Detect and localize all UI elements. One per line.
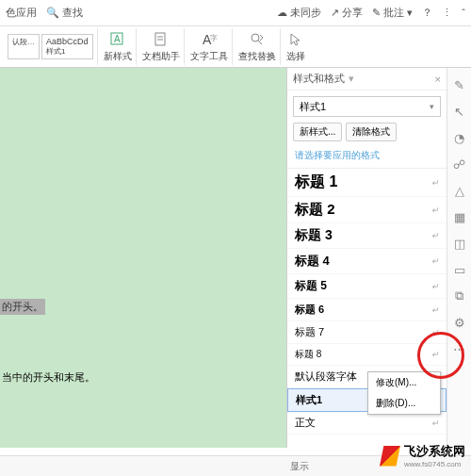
more-icon[interactable]: ⋮ <box>442 7 452 19</box>
watermark: 飞沙系统网 www.fs0745.com <box>380 443 465 468</box>
text-tool-icon: A字 <box>200 30 219 49</box>
right-sidebar: ✎ ↖ ◔ ☍ △ ▦ ◫ ▭ ⧉ ⚙ ⋯ <box>447 68 471 448</box>
dots-icon[interactable]: ⋯ <box>452 341 467 356</box>
clock-icon[interactable]: ◔ <box>452 130 467 145</box>
style-item[interactable]: 标题 4↵ <box>287 249 447 274</box>
find-cmd[interactable]: 🔍 查找 <box>46 6 83 20</box>
style-name: 标题 5 <box>295 278 327 294</box>
style-item[interactable]: 标题 8↵ <box>287 344 447 366</box>
top-bar: 色应用 🔍 查找 ☁ 未同步 ↗ 分享 ✎ 批注 ▾ ？ ⋮ ˆ <box>0 0 471 26</box>
sync-button[interactable]: ☁ 未同步 <box>277 6 321 20</box>
new-style-icon: A <box>108 30 127 49</box>
swatch1-sub: 认段… <box>12 37 35 47</box>
swatch2-sub: 样式1 <box>46 46 89 57</box>
paragraph-mark-icon: ↵ <box>431 305 439 315</box>
document-canvas[interactable]: 的开头。 当中的开头和末尾。 <box>0 68 286 448</box>
panel-hint: 请选择要应用的格式 <box>287 147 447 168</box>
doc-helper-group[interactable]: 文档助手 <box>138 28 185 65</box>
cursor-icon <box>286 30 305 49</box>
comment-button[interactable]: ✎ 批注 ▾ <box>372 6 413 20</box>
pencil-icon[interactable]: ✎ <box>452 77 467 92</box>
cube-icon[interactable]: ◫ <box>452 236 467 251</box>
doc-line-2[interactable]: 当中的开头和末尾。 <box>0 369 97 386</box>
close-icon[interactable]: × <box>435 74 441 85</box>
new-style-label: 新样式 <box>104 50 132 63</box>
find-replace-group[interactable]: 查找替换 <box>235 28 281 65</box>
ribbon: 认段… AaBbCcDd样式1 A 新样式 文档助手 A字 文字工具 查找替换 … <box>0 26 471 68</box>
panel-header: 样式和格式 ▾ × <box>287 68 447 90</box>
search-icon: 🔍 <box>46 7 59 19</box>
style-swatch-1[interactable]: 认段… <box>8 34 40 59</box>
new-style-group[interactable]: A 新样式 <box>100 28 137 65</box>
watermark-url: www.fs0745.com <box>404 460 465 468</box>
comment-label: 批注 <box>383 6 404 20</box>
style-name: 标题 8 <box>295 348 321 361</box>
paragraph-mark-icon: ↵ <box>431 419 439 428</box>
style-name: 标题 2 <box>295 201 335 219</box>
style-gallery[interactable]: 认段… AaBbCcDd样式1 <box>4 28 98 65</box>
text-tool-label: 文字工具 <box>190 50 228 63</box>
clear-format-button[interactable]: 清除格式 <box>346 123 397 141</box>
current-style-select[interactable]: 样式1 <box>293 96 441 117</box>
app-label: 色应用 <box>6 6 37 20</box>
style-item[interactable]: 标题 5↵ <box>287 274 447 299</box>
menu-modify[interactable]: 修改(M)... <box>368 372 440 393</box>
find-label: 查找 <box>62 6 83 20</box>
folder-icon[interactable]: ▭ <box>452 262 467 277</box>
paragraph-mark-icon: ↵ <box>431 231 439 240</box>
select-group[interactable]: 选择 <box>283 28 309 65</box>
help-icon[interactable]: ？ <box>422 6 432 20</box>
style-item[interactable]: 标题 2↵ <box>287 197 447 223</box>
svg-line-8 <box>258 41 262 44</box>
chevron-icon[interactable]: ˆ <box>462 8 465 19</box>
style-name: 标题 7 <box>295 325 324 339</box>
gear-icon[interactable]: ⚙ <box>452 315 467 330</box>
style-name: 默认段落字体 <box>295 369 357 384</box>
style-context-menu: 修改(M)... 删除(D)... <box>367 371 441 415</box>
arrow-icon[interactable]: ↖ <box>452 104 467 119</box>
paragraph-mark-icon: ↵ <box>431 350 439 359</box>
svg-text:A: A <box>114 34 121 44</box>
new-style-button[interactable]: 新样式... <box>293 123 342 141</box>
paragraph-mark-icon: ↵ <box>431 178 439 188</box>
sync-label: 未同步 <box>290 6 321 20</box>
share-button[interactable]: ↗ 分享 <box>331 6 363 20</box>
text-tool-group[interactable]: A字 文字工具 <box>187 28 233 65</box>
style-item[interactable]: 标题 7↵ <box>287 321 447 344</box>
doc-line-1[interactable]: 的开头。 <box>0 299 45 315</box>
style-name: 正文 <box>295 416 316 430</box>
paragraph-mark-icon: ↵ <box>431 328 439 337</box>
watermark-title: 飞沙系统网 <box>404 444 465 458</box>
find-replace-icon <box>248 30 267 49</box>
style-name: 标题 1 <box>295 172 337 192</box>
style-item[interactable]: 标题 1↵ <box>287 169 447 197</box>
shape-icon[interactable]: △ <box>452 183 467 198</box>
current-style-value: 样式1 <box>300 100 326 114</box>
svg-point-7 <box>252 34 259 41</box>
paragraph-mark-icon: ↵ <box>431 205 439 215</box>
swatch2-top: AaBbCcDd <box>46 37 89 46</box>
paragraph-mark-icon: ↵ <box>431 282 439 291</box>
paragraph-mark-icon: ↵ <box>431 256 439 266</box>
style-name: 标题 4 <box>295 253 330 270</box>
menu-delete[interactable]: 删除(D)... <box>368 393 440 414</box>
status-show[interactable]: 显示 <box>290 460 309 473</box>
doc-helper-label: 文档助手 <box>142 50 180 63</box>
grid-icon[interactable]: ▦ <box>452 209 467 224</box>
star-icon[interactable]: ⧉ <box>452 288 467 304</box>
watermark-logo <box>380 446 400 467</box>
style-item[interactable]: 标题 6↵ <box>287 299 447 321</box>
style-item[interactable]: 标题 3↵ <box>287 223 447 249</box>
style-name: 样式1 <box>296 393 322 407</box>
style-item[interactable]: 正文↵ <box>287 412 447 435</box>
link-icon[interactable]: ☍ <box>452 156 467 172</box>
style-swatch-2[interactable]: AaBbCcDd样式1 <box>41 34 93 59</box>
share-label: 分享 <box>342 6 363 20</box>
svg-text:字: 字 <box>210 34 218 42</box>
style-name: 标题 6 <box>295 303 324 317</box>
find-replace-label: 查找替换 <box>238 50 276 63</box>
styles-panel: 样式和格式 ▾ × 样式1 新样式... 清除格式 请选择要应用的格式 标题 1… <box>286 68 447 448</box>
panel-dropdown-icon[interactable]: ▾ <box>349 73 354 85</box>
doc-helper-icon <box>152 30 171 49</box>
style-name: 标题 3 <box>295 227 333 244</box>
